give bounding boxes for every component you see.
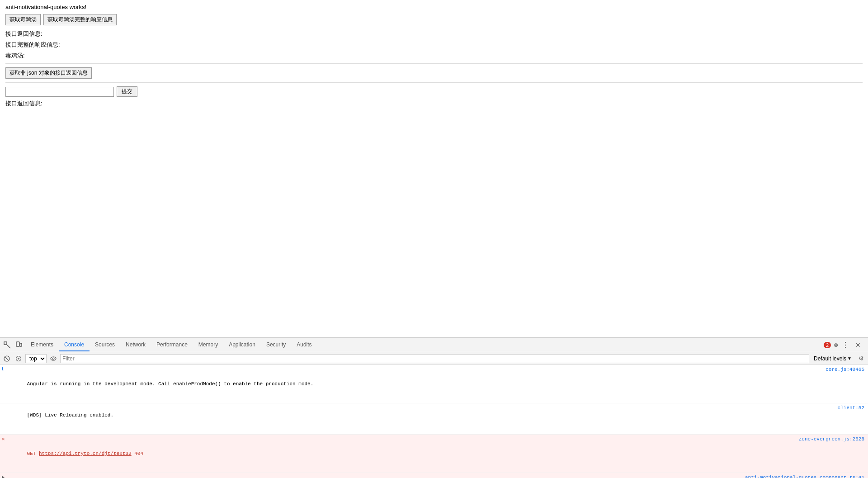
svg-point-10 xyxy=(52,358,54,360)
search-input[interactable] xyxy=(5,87,114,97)
console-settings-button[interactable]: ⚙ xyxy=(856,354,866,364)
clear-console-button[interactable] xyxy=(2,354,12,364)
device-toolbar-button[interactable] xyxy=(14,340,24,350)
filter-input[interactable] xyxy=(60,354,809,363)
tab-application[interactable]: Application xyxy=(223,339,261,351)
default-levels-button[interactable]: Default levels ▼ xyxy=(811,354,854,363)
svg-line-5 xyxy=(5,357,8,360)
page-title: anti-motivational-quotes works! xyxy=(5,4,863,10)
submit-button[interactable]: 提交 xyxy=(117,86,137,97)
svg-rect-3 xyxy=(20,343,22,346)
preserve-log-button[interactable] xyxy=(14,354,24,364)
console-line-2: [WDS] Live Reloading enabled. client:52 xyxy=(0,403,868,435)
devtools-close-button[interactable]: ✕ xyxy=(853,340,863,350)
console-content: ℹ Angular is running in the development … xyxy=(0,365,868,478)
tab-elements[interactable]: Elements xyxy=(25,339,59,351)
console-text-3b: 404 xyxy=(132,451,143,456)
non-json-btn[interactable]: 获取非 json 对象的接口返回信息 xyxy=(5,67,92,79)
section-divider-2 xyxy=(5,82,863,83)
devtools-right-controls: 2 ⊗ ⋮ ✕ xyxy=(824,340,866,350)
info-icon: ℹ xyxy=(2,366,4,373)
error-prefix-3: ✕ xyxy=(2,435,5,443)
console-line-1: ℹ Angular is running in the development … xyxy=(0,365,868,403)
soup-label: 毒鸡汤: xyxy=(5,52,863,60)
console-toolbar: top Default levels ▼ ⚙ xyxy=(0,352,868,365)
console-text-3a: GET xyxy=(27,451,39,456)
console-text-1: Angular is running in the development mo… xyxy=(27,381,314,387)
devtools-menu-button[interactable]: ⋮ xyxy=(840,340,851,350)
expand-icon-4[interactable]: ▶ xyxy=(2,474,5,478)
input-api-return-label: 接口返回信息: xyxy=(5,99,863,108)
source-ref-2[interactable]: client:52 xyxy=(838,404,864,412)
tab-security[interactable]: Security xyxy=(261,339,291,351)
console-line-4: ▶ ✕ ▶ HttpErrorResponse {headers: HttpHe… xyxy=(0,473,868,478)
error-count-badge: 2 xyxy=(824,342,831,348)
tab-network[interactable]: Network xyxy=(120,339,151,351)
svg-line-1 xyxy=(7,345,10,348)
devtools-tabs: Elements Console Sources Network Perform… xyxy=(25,339,824,351)
svg-rect-2 xyxy=(16,342,19,346)
tab-audits[interactable]: Audits xyxy=(291,339,317,351)
tab-performance[interactable]: Performance xyxy=(151,339,193,351)
context-selector[interactable]: top xyxy=(25,354,47,363)
console-text-2: [WDS] Live Reloading enabled. xyxy=(27,412,113,418)
console-line-3: ✕ GET https://api.tryto.cn/djt/text32 40… xyxy=(0,435,868,473)
section-divider xyxy=(5,63,863,64)
get-full-response-button[interactable]: 获取毒鸡汤完整的响应信息 xyxy=(43,14,117,25)
main-page: anti-motivational-quotes works! 获取毒鸡汤 获取… xyxy=(0,0,868,114)
source-ref-3[interactable]: zone-evergreen.js:2828 xyxy=(799,435,864,443)
api-return-label: 接口返回信息: xyxy=(5,30,863,38)
svg-point-9 xyxy=(51,357,56,360)
tab-memory[interactable]: Memory xyxy=(193,339,223,351)
tab-console[interactable]: Console xyxy=(59,339,90,351)
source-ref-4[interactable]: anti-motivational-quotes.component.ts:41 xyxy=(745,474,864,478)
console-link-3[interactable]: https://api.tryto.cn/djt/text32 xyxy=(39,451,132,456)
chevron-down-icon: ▼ xyxy=(847,356,852,361)
eye-button[interactable] xyxy=(48,354,58,364)
button-row: 获取毒鸡汤 获取毒鸡汤完整的响应信息 xyxy=(5,14,863,25)
svg-rect-0 xyxy=(4,342,7,345)
inspect-element-button[interactable] xyxy=(2,340,13,350)
tab-sources[interactable]: Sources xyxy=(90,339,120,351)
get-soup-button[interactable]: 获取毒鸡汤 xyxy=(5,14,41,25)
source-ref-1[interactable]: core.js:40465 xyxy=(826,366,864,373)
api-full-return-label: 接口完整的响应信息: xyxy=(5,41,863,49)
devtools-toolbar: Elements Console Sources Network Perform… xyxy=(0,338,868,352)
error-icon: ⊗ xyxy=(834,342,838,348)
input-row: 提交 xyxy=(5,86,863,97)
devtools-panel: Elements Console Sources Network Perform… xyxy=(0,337,868,478)
